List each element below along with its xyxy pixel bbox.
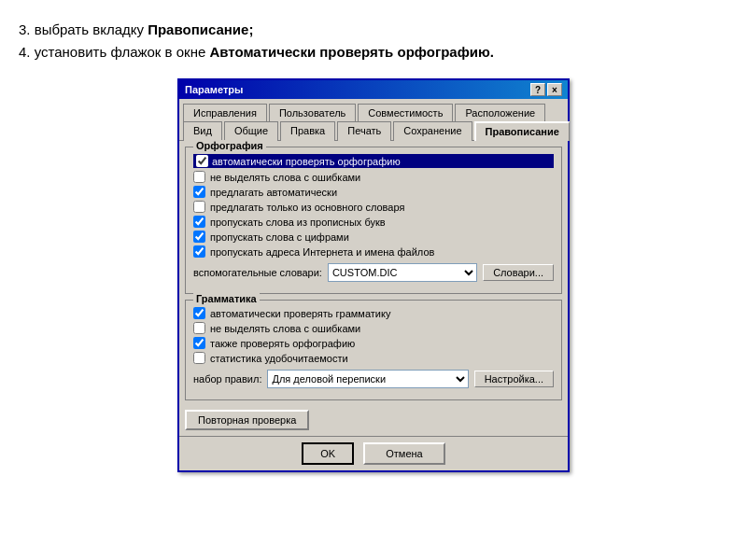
instruction-block: 3. выбрать вкладку Правописание; 4. уста… [19,19,728,63]
checkbox-auto-spelling: автоматически проверять орфографию [193,154,554,168]
spelling-group: Орфография автоматически проверять орфог… [185,147,562,294]
dialog-footer: OK Отмена [179,436,568,470]
ruleset-row: набор правил: Для деловой переписки Наст… [193,370,554,388]
checkbox-no-grammar-highlight-input[interactable] [193,322,205,334]
recheck-button[interactable]: Повторная проверка [185,410,309,430]
spelling-group-label: Орфография [193,140,266,151]
checkbox-no-highlight-input[interactable] [193,171,205,183]
dialog-parametry: Параметры ? × Исправления Пользователь С… [177,78,570,472]
tab-sovmestimost[interactable]: Совместимость [358,104,453,121]
checkbox-auto-grammar: автоматически проверять грамматику [193,307,554,319]
tab-obshchie[interactable]: Общие [224,121,278,141]
dialog-title: Параметры [185,84,243,95]
checkbox-skip-numbers: пропускать слова с цифрами [193,231,554,243]
tabs-row2: Вид Общие Правка Печать Сохранение Право… [179,120,568,140]
tab-polzovatel[interactable]: Пользователь [269,104,356,121]
instruction-line1-bold: Правописание; [148,21,253,37]
checkbox-skip-numbers-input[interactable] [193,231,205,243]
checkbox-skip-caps: пропускать слова из прописных букв [193,216,554,228]
titlebar-controls: ? × [530,83,562,96]
instruction-line1-text: 3. выбрать вкладку [19,21,148,37]
ruleset-label: набор правил: [193,373,261,385]
checkbox-no-grammar-highlight-label: не выделять слова с ошибками [210,323,360,334]
checkbox-skip-numbers-label: пропускать слова с цифрами [210,231,349,243]
checkbox-also-spelling-label: также проверять орфографию [210,338,355,349]
checkbox-skip-caps-label: пропускать слова из прописных букв [210,217,386,228]
checkbox-readability-input[interactable] [193,352,205,364]
checkbox-no-grammar-highlight: не выделять слова с ошибками [193,322,554,334]
checkbox-suggest-auto-input[interactable] [193,186,205,198]
tab-pravka[interactable]: Правка [280,121,335,141]
checkbox-skip-caps-input[interactable] [193,216,205,228]
checkbox-readability: статистика удобочитаемости [193,352,554,364]
checkbox-auto-grammar-input[interactable] [193,307,205,319]
ruleset-select[interactable]: Для деловой переписки [267,370,468,388]
instruction-line2-text: 4. установить флажок в окне [19,44,209,60]
checkbox-suggest-auto: предлагать автоматически [193,186,554,198]
close-button[interactable]: × [547,83,562,96]
checkbox-no-highlight-label: не выделять слова с ошибками [210,172,360,183]
dialog-titlebar: Параметры ? × [179,80,568,99]
dict-button[interactable]: Словари... [483,264,554,281]
ok-button[interactable]: OK [302,442,354,465]
checkbox-skip-urls-input[interactable] [193,245,205,258]
tab-raspolozhenie[interactable]: Расположение [455,104,545,121]
dict-label: вспомогательные словари: [193,267,322,278]
checkbox-skip-urls: пропускать адреса Интернета и имена файл… [193,245,554,258]
checkbox-skip-urls-label: пропускать адреса Интернета и имена файл… [210,246,434,258]
cancel-button[interactable]: Отмена [363,442,444,465]
checkbox-suggest-main-input[interactable] [193,201,205,213]
checkbox-suggest-main-label: предлагать только из основного словаря [210,202,404,213]
tab-vid[interactable]: Вид [183,121,222,141]
grammar-group-label: Грамматика [193,293,260,304]
checkbox-auto-spelling-label: автоматически проверять орфографию [212,156,401,167]
checkbox-auto-grammar-label: автоматически проверять грамматику [210,308,390,319]
tab-pechat[interactable]: Печать [337,121,391,141]
dialog-wrapper: Параметры ? × Исправления Пользователь С… [19,78,728,472]
checkbox-also-spelling: также проверять орфографию [193,337,554,349]
settings-button[interactable]: Настройка... [474,371,554,387]
tab-pravopisanie[interactable]: Правописание [474,121,570,141]
checkbox-suggest-main: предлагать только из основного словаря [193,201,554,213]
tab-ispravleniya[interactable]: Исправления [183,104,267,121]
checkbox-no-highlight: не выделять слова с ошибками [193,171,554,183]
tabs-row1: Исправления Пользователь Совместимость Р… [179,99,568,120]
checkbox-readability-label: статистика удобочитаемости [210,353,348,364]
checkbox-auto-spelling-input[interactable] [196,155,208,167]
tab-sohranenie[interactable]: Сохранение [393,121,472,141]
dialog-content: Орфография автоматически проверять орфог… [179,140,568,436]
dict-select[interactable]: CUSTOM.DIC [328,263,477,282]
checkbox-suggest-auto-label: предлагать автоматически [210,187,337,198]
instruction-line2-bold: Автоматически проверять орфографию. [209,44,494,60]
dictionary-row: вспомогательные словари: CUSTOM.DIC Слов… [193,263,554,282]
help-button[interactable]: ? [530,83,545,96]
checkbox-also-spelling-input[interactable] [193,337,205,349]
grammar-group: Грамматика автоматически проверять грамм… [185,300,562,400]
